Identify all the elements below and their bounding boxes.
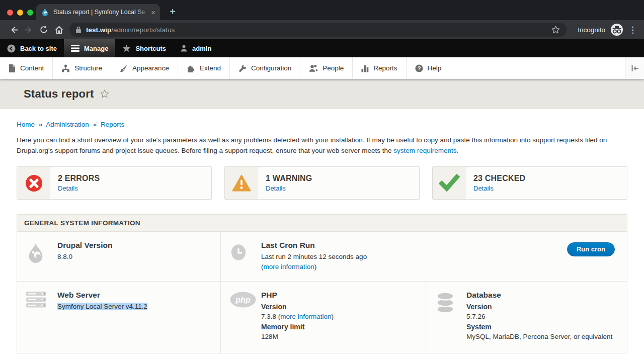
cron-status: Last run 2 minutes 12 seconds ago	[261, 252, 367, 262]
checked-count: 23 CHECKED	[473, 174, 525, 183]
database-version-value: 5.7.26	[466, 312, 612, 322]
page-title: Status report	[24, 87, 94, 101]
manage-tab[interactable]: Manage	[64, 39, 115, 57]
warning-iconbox	[225, 167, 258, 199]
breadcrumb-reports-link[interactable]: Reports	[101, 121, 124, 128]
incognito-label: Incognito	[578, 26, 605, 34]
main-content: Home » Administration » Reports Here you…	[0, 121, 644, 353]
close-window-button[interactable]	[7, 10, 13, 16]
database-system-label: System	[466, 322, 612, 332]
errors-iconbox	[17, 167, 50, 199]
page-header: Status report	[0, 79, 644, 109]
page-description: Here you can find a short overview of yo…	[17, 135, 627, 156]
menu-item-extend[interactable]: Extend	[178, 57, 230, 79]
tab-title: Status report | Symfony Local Se	[53, 9, 149, 16]
admin-menubar: Content Structure Appearance Extend	[0, 57, 644, 79]
server-icon	[26, 290, 57, 345]
toolbar-orientation-toggle[interactable]	[625, 57, 644, 79]
warning-icon	[232, 174, 251, 192]
paintbrush-icon	[120, 64, 128, 72]
checked-iconbox	[433, 167, 466, 199]
forward-icon[interactable]	[21, 22, 36, 37]
user-icon	[180, 44, 188, 52]
cron-more-info: (more information)	[261, 262, 367, 272]
php-title: PHP	[261, 290, 334, 300]
web-server-value: Symfony Local Server v4.11.2	[57, 302, 147, 312]
web-server-cell: Web Server Symfony Local Server v4.11.2	[17, 282, 220, 353]
errors-details-link[interactable]: Details	[58, 185, 100, 192]
browser-tab[interactable]: Status report | Symfony Local Se ×	[36, 4, 160, 20]
errors-count: 2 ERRORS	[58, 174, 100, 183]
drupal-favicon-icon	[41, 8, 49, 17]
drupal-version-value: 8.8.0	[57, 252, 112, 262]
section-heading: GENERAL SYSTEM INFORMATION	[17, 215, 627, 232]
clock-icon	[230, 240, 261, 273]
favorite-star-icon[interactable]	[100, 89, 110, 99]
tab-title-fade	[136, 9, 149, 16]
cron-more-info-link[interactable]: more information	[264, 263, 314, 270]
selected-text: Symfony Local Server v4.11.2	[57, 303, 147, 310]
php-version-value: 7.3.8 (more information)	[261, 312, 334, 322]
menu-item-help[interactable]: ? Help	[407, 57, 451, 79]
menu-item-configuration[interactable]: Configuration	[230, 57, 300, 79]
window-controls[interactable]	[7, 10, 33, 16]
menu-item-content[interactable]: Content	[0, 57, 53, 79]
screen: Status report | Symfony Local Se × + tes…	[0, 0, 644, 362]
checked-details-link[interactable]: Details	[473, 185, 525, 192]
browser-tab-strip: Status report | Symfony Local Se × +	[0, 0, 644, 20]
error-icon	[25, 174, 43, 192]
puzzle-icon	[187, 64, 195, 72]
hamburger-icon	[71, 45, 79, 52]
general-system-information: GENERAL SYSTEM INFORMATION Drupal Versio…	[17, 214, 627, 353]
reload-icon[interactable]	[36, 22, 51, 37]
breadcrumb-administration-link[interactable]: Administration	[46, 121, 89, 128]
browser-toolbar: test.wip/admin/reports/status Incognito …	[0, 20, 644, 39]
lock-icon	[75, 26, 82, 34]
status-summary-cards: 2 ERRORS Details 1 WARNING Details	[17, 166, 627, 200]
last-cron-run-cell: Last Cron Run Last run 2 minutes 12 seco…	[220, 232, 627, 282]
bar-chart-icon	[361, 64, 369, 72]
shortcuts-tab[interactable]: Shortcuts	[115, 39, 173, 57]
web-server-title: Web Server	[57, 290, 147, 300]
php-icon: php	[230, 290, 261, 345]
menu-item-appearance[interactable]: Appearance	[111, 57, 178, 79]
php-memory-value: 128M	[261, 332, 334, 342]
drupal-logo-icon	[26, 240, 57, 273]
run-cron-button[interactable]: Run cron	[567, 242, 615, 256]
back-to-site-link[interactable]: Back to site	[0, 39, 64, 57]
php-version-label: Version	[261, 302, 334, 312]
minimize-window-button[interactable]	[17, 10, 23, 16]
drupal-version-title: Drupal Version	[57, 240, 112, 250]
document-icon	[9, 64, 16, 72]
php-more-info-link[interactable]: more information	[280, 313, 331, 320]
close-tab-icon[interactable]: ×	[151, 9, 155, 16]
menu-item-structure[interactable]: Structure	[53, 57, 111, 79]
collapse-left-icon	[631, 65, 639, 72]
svg-text:?: ?	[417, 65, 421, 71]
url-text: test.wip/admin/reports/status	[86, 26, 175, 34]
cron-title: Last Cron Run	[261, 240, 367, 250]
menu-item-people[interactable]: People	[300, 57, 353, 79]
system-requirements-link[interactable]: system requirements.	[393, 147, 458, 154]
breadcrumb-home-link[interactable]: Home	[17, 121, 35, 128]
warning-count: 1 WARNING	[266, 174, 312, 183]
zoom-window-button[interactable]	[27, 10, 33, 16]
back-icon[interactable]	[6, 22, 21, 37]
database-system-value: MySQL, MariaDB, Percona Server, or equiv…	[466, 332, 612, 342]
breadcrumb: Home » Administration » Reports	[17, 121, 627, 128]
browser-menu-icon[interactable]: ⋮	[628, 26, 637, 34]
errors-card: 2 ERRORS Details	[17, 166, 212, 200]
menu-item-reports[interactable]: Reports	[353, 57, 406, 79]
home-icon[interactable]	[51, 22, 66, 37]
structure-icon	[61, 64, 70, 72]
warning-details-link[interactable]: Details	[266, 185, 312, 192]
new-tab-button[interactable]: +	[167, 6, 179, 18]
drupal-version-cell: Drupal Version 8.8.0	[17, 232, 220, 282]
database-version-label: Version	[466, 302, 612, 312]
user-account-tab[interactable]: admin	[173, 39, 218, 57]
bookmark-star-icon[interactable]	[551, 25, 560, 35]
people-icon	[309, 64, 318, 72]
address-bar[interactable]: test.wip/admin/reports/status	[69, 23, 567, 37]
database-title: Database	[466, 290, 612, 300]
database-icon	[435, 290, 466, 345]
